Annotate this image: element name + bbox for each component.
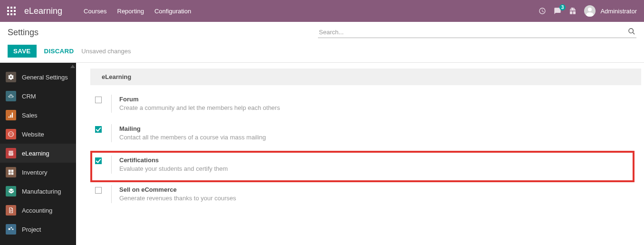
- settings-main: eLearning ForumCreate a community and le…: [76, 63, 644, 245]
- sidebar-item-label: Manufacturing: [22, 188, 61, 195]
- top-navbar: eLearning Courses Reporting Configuratio…: [0, 0, 644, 22]
- username: Administrator: [600, 8, 637, 15]
- divider: [111, 95, 112, 113]
- module-icon: [6, 129, 16, 139]
- module-icon: [6, 186, 16, 196]
- nav-link-configuration[interactable]: Configuration: [154, 8, 191, 15]
- search-input[interactable]: [318, 27, 636, 38]
- setting-checkbox[interactable]: [95, 126, 102, 133]
- setting-checkbox[interactable]: [95, 97, 102, 103]
- sidebar-item-label: General Settings: [22, 74, 68, 81]
- module-icon: [6, 224, 16, 235]
- sidebar-item-label: CRM: [22, 93, 36, 100]
- nav-link-reporting[interactable]: Reporting: [117, 8, 144, 15]
- sidebar-item-label: eLearning: [22, 150, 49, 157]
- sidebar-item-label: Inventory: [22, 169, 47, 176]
- setting-title: Certifications: [119, 157, 228, 164]
- setting-desc: Generate revenues thanks to your courses: [119, 195, 236, 202]
- setting-text: Sell on eCommerceGenerate revenues thank…: [119, 186, 236, 203]
- unsaved-label: Unsaved changes: [81, 48, 131, 55]
- page-title: Settings: [8, 28, 38, 38]
- nav-links: Courses Reporting Configuration: [84, 8, 191, 15]
- setting-row-certifications: CertificationsEvaluate your students and…: [90, 151, 634, 182]
- module-icon: [6, 91, 16, 101]
- clock-icon[interactable]: [538, 7, 546, 15]
- sidebar-item-label: Accounting: [22, 207, 52, 214]
- settings-sidebar: General SettingsCRMSalesWebsiteeLearning…: [0, 63, 76, 245]
- scroll-up-icon[interactable]: [70, 65, 75, 68]
- user-menu[interactable]: Administrator: [584, 5, 637, 17]
- setting-row-forum: ForumCreate a community and let the memb…: [95, 92, 634, 121]
- discard-button[interactable]: DISCARD: [43, 45, 75, 58]
- setting-desc: Evaluate your students and certify them: [119, 165, 228, 172]
- setting-title: Sell on eCommerce: [119, 186, 236, 193]
- brand-title[interactable]: eLearning: [24, 6, 62, 16]
- search-button[interactable]: [627, 27, 636, 38]
- nav-link-courses[interactable]: Courses: [84, 8, 106, 15]
- setting-checkbox[interactable]: [95, 187, 102, 194]
- module-icon: [6, 72, 16, 82]
- sidebar-item-project[interactable]: Project: [0, 220, 76, 239]
- gift-icon[interactable]: [569, 7, 577, 15]
- divider: [111, 156, 112, 174]
- settings-list: ForumCreate a community and let the memb…: [76, 92, 644, 212]
- sidebar-item-elearning[interactable]: eLearning: [0, 144, 76, 163]
- sidebar-item-sales[interactable]: Sales: [0, 106, 76, 125]
- sidebar-item-manufacturing[interactable]: Manufacturing: [0, 182, 76, 201]
- setting-title: Mailing: [119, 125, 266, 132]
- sidebar-item-label: Project: [22, 226, 41, 233]
- sidebar-item-crm[interactable]: CRM: [0, 87, 76, 106]
- sidebar-item-general-settings[interactable]: General Settings: [0, 68, 76, 87]
- setting-checkbox[interactable]: [95, 157, 102, 164]
- setting-text: ForumCreate a community and let the memb…: [119, 96, 280, 113]
- setting-desc: Contact all the members of a course via …: [119, 134, 266, 141]
- divider: [111, 124, 112, 142]
- search-area: [318, 27, 636, 38]
- setting-row-sell-on-ecommerce: Sell on eCommerceGenerate revenues thank…: [95, 182, 634, 212]
- divider: [111, 185, 112, 203]
- setting-text: MailingContact all the members of a cour…: [119, 125, 266, 142]
- nav-right: 3 Administrator: [538, 5, 637, 17]
- messages-icon[interactable]: 3: [554, 7, 561, 15]
- svg-point-1: [588, 8, 592, 11]
- setting-text: CertificationsEvaluate your students and…: [119, 157, 228, 174]
- module-icon: [6, 110, 16, 120]
- avatar: [584, 5, 596, 17]
- sidebar-item-label: Sales: [22, 112, 38, 119]
- apps-icon[interactable]: [7, 7, 16, 15]
- save-button[interactable]: SAVE: [8, 45, 37, 58]
- module-icon: [6, 167, 16, 177]
- setting-desc: Create a community and let the members h…: [119, 104, 280, 111]
- sidebar-item-website[interactable]: Website: [0, 125, 76, 144]
- sidebar-item-label: Website: [22, 131, 44, 138]
- messages-badge: 3: [559, 4, 566, 10]
- sidebar-item-accounting[interactable]: Accounting: [0, 201, 76, 220]
- setting-title: Forum: [119, 96, 280, 103]
- module-icon: [6, 148, 16, 158]
- sidebar-item-inventory[interactable]: Inventory: [0, 163, 76, 182]
- setting-row-mailing: MailingContact all the members of a cour…: [95, 121, 634, 151]
- module-icon: [6, 205, 16, 216]
- body: General SettingsCRMSalesWebsiteeLearning…: [0, 63, 644, 245]
- control-panel: Settings SAVE DISCARD Unsaved changes: [0, 22, 644, 63]
- section-header: eLearning: [90, 69, 641, 85]
- search-icon: [628, 28, 635, 35]
